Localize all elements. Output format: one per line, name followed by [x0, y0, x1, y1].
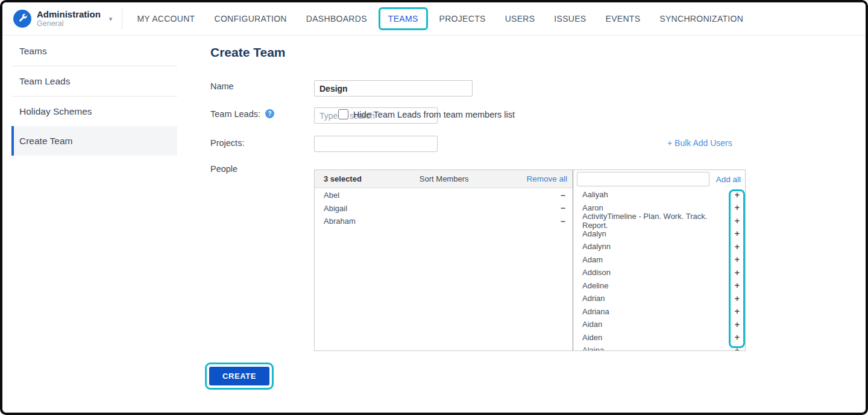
nav-item-users[interactable]: USERS — [495, 8, 545, 30]
member-name: Alaina — [582, 346, 604, 350]
member-name: Abel — [324, 191, 339, 200]
admin-logo[interactable] — [13, 10, 31, 28]
people-label: People — [210, 164, 237, 174]
member-name: Aidan — [582, 320, 602, 329]
selected-members-header: 3 selected Sort Members Remove all — [315, 170, 573, 188]
available-member-row: Aidan + — [573, 318, 745, 331]
wrench-icon — [17, 13, 28, 25]
nav-item-projects[interactable]: PROJECTS — [430, 8, 495, 30]
member-name: Adalynn — [582, 242, 611, 251]
available-member-row: Adriana + — [573, 305, 745, 318]
bulk-add-users-link[interactable]: + Bulk Add Users — [667, 138, 732, 148]
sidebar-item-team-leads[interactable]: Team Leads — [11, 66, 177, 97]
available-members-header: Add all — [573, 170, 745, 188]
selected-member-row: Abraham − — [315, 215, 573, 228]
members-search-input[interactable] — [577, 172, 709, 186]
member-name: Adriana — [582, 307, 609, 316]
available-member-row: Adalynn + — [573, 240, 745, 253]
app-title: Administration — [37, 9, 101, 19]
add-member-icon[interactable]: + — [735, 203, 740, 212]
member-name: ActivityTimeline - Plan. Work. Track. Re… — [582, 212, 735, 230]
add-member-icon[interactable]: + — [735, 307, 740, 315]
member-name: Addison — [582, 268, 611, 277]
add-member-icon[interactable]: + — [735, 346, 740, 350]
app-title-block: Administration General — [37, 9, 101, 28]
hide-team-leads-row: Hide Team Leads from team members list — [338, 109, 515, 119]
add-member-icon[interactable]: + — [735, 242, 740, 251]
available-member-row: Aaliyah + — [573, 188, 745, 201]
hide-team-leads-label: Hide Team Leads from team members list — [353, 110, 515, 119]
nav-item-my-account[interactable]: MY ACCOUNT — [127, 8, 204, 30]
member-name: Aaliyah — [582, 190, 608, 199]
remove-all-link[interactable]: Remove all — [526, 174, 567, 183]
selected-member-row: Abigail − — [315, 202, 573, 215]
main-nav: MY ACCOUNT CONFIGURATION DASHBOARDS TEAM… — [127, 7, 753, 30]
selected-count: 3 selected — [324, 174, 362, 183]
member-name: Abigail — [324, 204, 347, 213]
people-picker-panel: 3 selected Sort Members Remove all Add a… — [314, 169, 746, 351]
available-member-row: Adam + — [573, 253, 745, 267]
sort-members-button[interactable]: Sort Members — [362, 174, 527, 183]
available-member-row: Adeline + — [573, 279, 745, 293]
create-button-highlight: CREATE — [205, 363, 274, 390]
add-member-icon[interactable]: + — [735, 229, 740, 238]
member-name: Adalyn — [582, 229, 606, 238]
member-name: Aiden — [582, 333, 602, 342]
nav-item-synchronization[interactable]: SYNCHRONIZATION — [650, 8, 753, 30]
available-member-row: ActivityTimeline - Plan. Work. Track. Re… — [573, 214, 745, 227]
app-subtitle: General — [37, 19, 101, 28]
chevron-down-icon[interactable]: ▾ — [109, 15, 113, 23]
add-member-icon[interactable]: + — [735, 191, 740, 199]
help-icon[interactable]: ? — [265, 109, 274, 118]
member-name: Abraham — [324, 217, 356, 226]
projects-input[interactable] — [314, 136, 438, 152]
add-member-icon[interactable]: + — [735, 268, 740, 277]
available-member-row: Addison + — [573, 266, 745, 279]
member-name: Aaron — [582, 203, 603, 212]
add-member-icon[interactable]: + — [735, 333, 740, 341]
add-member-icon[interactable]: + — [735, 217, 740, 225]
team-leads-label-text: Team Leads: — [210, 109, 260, 119]
selected-member-row: Abel − — [315, 189, 573, 202]
available-member-row: Alaina + — [573, 344, 745, 350]
nav-item-teams[interactable]: TEAMS — [379, 7, 428, 30]
member-name: Adeline — [582, 281, 608, 290]
add-member-icon[interactable]: + — [735, 294, 740, 303]
team-leads-label: Team Leads: ? — [210, 109, 274, 119]
nav-item-issues[interactable]: ISSUES — [544, 8, 596, 30]
sidebar: Teams Team Leads Holiday Schemes Create … — [2, 36, 183, 156]
add-all-link[interactable]: Add all — [716, 175, 741, 184]
nav-item-dashboards[interactable]: DASHBOARDS — [297, 8, 377, 30]
topbar-divider — [122, 8, 122, 30]
remove-member-icon[interactable]: − — [561, 191, 565, 200]
sidebar-item-teams[interactable]: Teams — [11, 36, 177, 66]
remove-member-icon[interactable]: − — [561, 204, 565, 212]
remove-member-icon[interactable]: − — [561, 217, 565, 226]
name-label: Name — [210, 81, 234, 91]
selected-members-list: Abel − Abigail − Abraham − — [315, 189, 573, 350]
projects-label: Projects: — [210, 138, 244, 148]
create-button[interactable]: CREATE — [209, 367, 269, 385]
member-name: Adam — [582, 255, 603, 264]
available-member-row: Aiden + — [573, 331, 745, 344]
top-bar: Administration General ▾ MY ACCOUNT CONF… — [2, 2, 866, 36]
member-name: Adrian — [582, 294, 605, 303]
nav-item-events[interactable]: EVENTS — [596, 8, 650, 30]
hide-team-leads-checkbox[interactable] — [338, 109, 348, 119]
sidebar-item-holiday-schemes[interactable]: Holiday Schemes — [11, 97, 177, 126]
sidebar-item-create-team[interactable]: Create Team — [11, 126, 177, 156]
nav-item-configuration[interactable]: CONFIGURATION — [204, 8, 296, 30]
available-member-row: Adrian + — [573, 292, 745, 305]
main-content: Create Team Name Team Leads: ? Hide Team… — [210, 36, 868, 415]
team-name-input[interactable] — [314, 80, 473, 97]
available-members-list: Aaliyah + Aaron + ActivityTimeline - Pla… — [573, 188, 745, 350]
add-member-icon[interactable]: + — [735, 255, 740, 264]
add-member-icon[interactable]: + — [735, 281, 740, 290]
page-title: Create Team — [210, 45, 286, 60]
add-member-icon[interactable]: + — [735, 320, 740, 329]
